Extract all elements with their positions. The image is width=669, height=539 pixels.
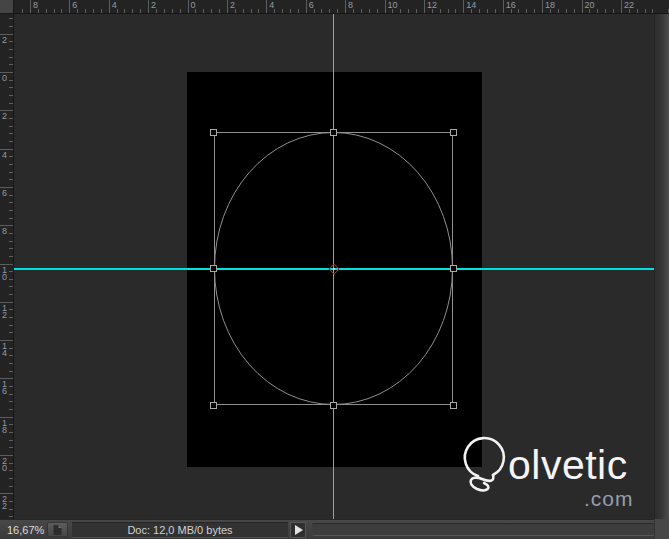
ruler-minor-tick (282, 9, 283, 13)
ruler-minor-tick (9, 355, 13, 356)
ruler-minor-tick (455, 9, 456, 13)
ruler-tick-label: 1 2 (2, 305, 7, 319)
ruler-minor-tick (9, 470, 13, 471)
transform-handle-bottom-right[interactable] (450, 402, 457, 409)
page-icon (52, 524, 63, 536)
ruler-tick-label: 2 (2, 37, 7, 44)
ruler-minor-tick (9, 478, 13, 479)
ruler-minor-tick (9, 126, 13, 127)
transform-handle-middle-left[interactable] (210, 265, 217, 272)
ruler-minor-tick (9, 440, 13, 441)
ruler-vertical[interactable]: 2024681 01 21 41 61 82 02 2 (0, 14, 14, 519)
ruler-minor-tick (9, 218, 13, 219)
zoom-level-field[interactable]: 16,67% (7, 524, 44, 536)
ruler-minor-tick (9, 394, 13, 395)
ruler-major-tick (69, 0, 70, 13)
ruler-minor-tick (243, 9, 244, 13)
ruler-minor-tick (9, 256, 13, 257)
ruler-minor-tick (9, 432, 13, 433)
ruler-minor-tick (9, 424, 13, 425)
ruler-minor-tick (329, 9, 330, 13)
ruler-minor-tick (235, 9, 236, 13)
ruler-minor-tick (605, 9, 606, 13)
ruler-tick-label: 2 0 (2, 458, 7, 472)
ruler-minor-tick (9, 241, 13, 242)
ruler-minor-tick (9, 80, 13, 81)
transform-handle-bottom-left[interactable] (210, 402, 217, 409)
ruler-minor-tick (9, 164, 13, 165)
ruler-major-tick (424, 0, 425, 13)
ruler-minor-tick (77, 9, 78, 13)
ruler-major-tick (148, 0, 149, 13)
ruler-origin-box[interactable] (0, 0, 14, 14)
ruler-minor-tick (9, 18, 13, 19)
ruler-minor-tick (117, 9, 118, 13)
ruler-minor-tick (9, 325, 13, 326)
ruler-tick-label: 1 6 (2, 381, 7, 395)
transform-handle-top-right[interactable] (450, 129, 457, 136)
ruler-minor-tick (124, 9, 125, 13)
ruler-minor-tick (9, 371, 13, 372)
ruler-minor-tick (9, 202, 13, 203)
ruler-minor-tick (321, 9, 322, 13)
ruler-minor-tick (9, 57, 13, 58)
ruler-tick-label: 4 (2, 152, 7, 159)
ruler-minor-tick (203, 9, 204, 13)
ruler-minor-tick (9, 486, 13, 487)
doc-info-icon-button[interactable] (47, 522, 68, 537)
ruler-minor-tick (408, 9, 409, 13)
ruler-minor-tick (156, 9, 157, 13)
ruler-tick-label: 6 (2, 190, 7, 197)
ruler-minor-tick (9, 103, 13, 104)
ruler-minor-tick (337, 9, 338, 13)
ruler-major-tick (463, 0, 464, 13)
ruler-tick-label: 8 (2, 228, 7, 235)
transform-handle-middle-right[interactable] (450, 265, 457, 272)
solvetic-watermark: olvetic .com (450, 430, 668, 516)
ruler-major-tick (227, 0, 228, 13)
ruler-minor-tick (258, 9, 259, 13)
ruler-minor-tick (558, 9, 559, 13)
status-options-arrow-button[interactable] (290, 522, 306, 538)
transform-handle-bottom-center[interactable] (330, 402, 337, 409)
ruler-minor-tick (629, 9, 630, 13)
reference-point-center (332, 267, 335, 270)
ruler-minor-tick (526, 9, 527, 13)
doc-size-label: Doc: 12,0 MB/0 bytes (127, 524, 232, 536)
ruler-tick-label: 1 4 (2, 343, 7, 357)
ruler-minor-tick (9, 41, 13, 42)
ruler-horizontal[interactable]: 86420246810121416182022 (0, 0, 669, 14)
ruler-minor-tick (211, 9, 212, 13)
ruler-major-tick (503, 0, 504, 13)
ruler-minor-tick (574, 9, 575, 13)
ruler-tick-label: 2 2 (2, 496, 7, 510)
ruler-minor-tick (101, 9, 102, 13)
ruler-minor-tick (9, 401, 13, 402)
ruler-minor-tick (9, 26, 13, 27)
ruler-minor-tick (9, 248, 13, 249)
ruler-minor-tick (38, 9, 39, 13)
ruler-major-tick (266, 0, 267, 13)
ruler-minor-tick (9, 64, 13, 65)
ruler-minor-tick (637, 9, 638, 13)
photoshop-workspace: 86420246810121416182022 2024681 01 21 41… (0, 0, 669, 539)
ruler-major-tick (30, 0, 31, 13)
transform-handle-top-center[interactable] (330, 129, 337, 136)
ruler-minor-tick (9, 156, 13, 157)
ruler-minor-tick (392, 9, 393, 13)
ruler-minor-tick (9, 87, 13, 88)
ruler-minor-tick (416, 9, 417, 13)
ruler-minor-tick (9, 271, 13, 272)
ruler-minor-tick (9, 118, 13, 119)
doc-size-field[interactable]: Doc: 12,0 MB/0 bytes (72, 522, 288, 538)
ruler-major-tick (542, 0, 543, 13)
ruler-minor-tick (298, 9, 299, 13)
arrow-right-icon (295, 525, 303, 535)
ruler-minor-tick (9, 317, 13, 318)
ruler-tick-label: 1 0 (2, 267, 7, 281)
ruler-minor-tick (9, 179, 13, 180)
ruler-minor-tick (487, 9, 488, 13)
ruler-minor-tick (9, 133, 13, 134)
ruler-minor-tick (61, 9, 62, 13)
transform-handle-top-left[interactable] (210, 129, 217, 136)
